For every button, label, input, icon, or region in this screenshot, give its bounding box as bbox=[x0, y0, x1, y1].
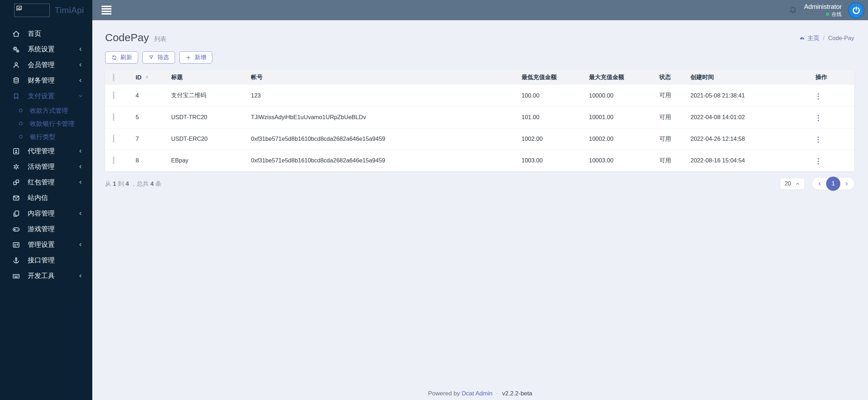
sidebar-item-site-message[interactable]: 站内信 bbox=[0, 190, 92, 206]
row-actions-icon[interactable] bbox=[815, 91, 821, 102]
cell-min: 101.00 bbox=[522, 106, 589, 128]
next-page-button[interactable] bbox=[841, 181, 852, 187]
user-name: Administrator bbox=[804, 3, 842, 11]
create-button[interactable]: 新增 bbox=[179, 51, 212, 63]
sidebar-item-label: 管理设置 bbox=[28, 240, 77, 249]
sidebar-item-label: 内容管理 bbox=[28, 209, 77, 218]
topbar: Administrator 在线 bbox=[92, 0, 868, 20]
sidebar-subitem-payment-method-management[interactable]: 收款方式管理 bbox=[0, 104, 92, 117]
sidebar-item-label: 财务管理 bbox=[28, 76, 77, 85]
chevron-left-icon bbox=[77, 149, 83, 154]
footer-version: v2.2.2-beta bbox=[502, 390, 532, 397]
chevron-left-icon bbox=[77, 273, 83, 278]
sidebar-item-activity-management[interactable]: 活动管理 bbox=[0, 159, 92, 174]
chevron-left-icon bbox=[77, 78, 83, 83]
table-header-row: ID 标题 帐号 最低充值金额 最大充值金额 状态 bbox=[105, 70, 854, 85]
power-icon bbox=[851, 5, 861, 15]
sidebar-item-admin-settings[interactable]: 管理设置 bbox=[0, 237, 92, 252]
refresh-label: 刷新 bbox=[120, 54, 132, 61]
cell-created: 2022-04-08 14:01:02 bbox=[690, 106, 815, 128]
sidebar-item-dev-tools[interactable]: 开发工具 bbox=[0, 268, 92, 284]
home-icon bbox=[11, 30, 21, 38]
sidebar-item-game-management[interactable]: 游戏管理 bbox=[0, 221, 92, 237]
select-all-checkbox[interactable] bbox=[113, 73, 114, 81]
filter-icon bbox=[148, 55, 154, 60]
row-checkbox[interactable] bbox=[113, 156, 114, 164]
prev-page-button[interactable] bbox=[814, 181, 825, 187]
cell-account: 0xf31be571e5d8b1610bcd8cda2682a646e15a94… bbox=[251, 128, 522, 150]
sidebar-subitem-label: 银行类型 bbox=[30, 133, 55, 141]
data-table: ID 标题 帐号 最低充值金额 最大充值金额 状态 bbox=[105, 70, 854, 171]
address-card-icon bbox=[11, 241, 21, 249]
breadcrumb-home-link[interactable]: 主页 bbox=[799, 34, 819, 42]
sidebar-item-label: 游戏管理 bbox=[28, 224, 83, 234]
brand[interactable]: TimiApi bbox=[0, 0, 92, 20]
keyboard-icon bbox=[11, 272, 21, 280]
row-checkbox[interactable] bbox=[113, 135, 114, 143]
page-subtitle: 列表 bbox=[154, 35, 166, 43]
sidebar-item-agent-management[interactable]: 代理管理 bbox=[0, 143, 92, 159]
user-menu[interactable]: Administrator 在线 bbox=[804, 3, 842, 17]
boxes-icon bbox=[11, 178, 21, 187]
cell-min: 100.00 bbox=[522, 85, 589, 106]
cell-created: 2021-05-08 21:38:41 bbox=[690, 85, 815, 106]
cell-id: 8 bbox=[136, 150, 171, 171]
user-status: 在线 bbox=[831, 11, 842, 17]
cell-min: 1003.00 bbox=[522, 150, 589, 171]
row-checkbox[interactable] bbox=[113, 113, 114, 121]
cell-title: 支付宝二维码 bbox=[171, 85, 251, 106]
sidebar-subitem-bank-card-management[interactable]: 收款银行卡管理 bbox=[0, 117, 92, 130]
filter-label: 筛选 bbox=[157, 54, 169, 61]
menu-toggle-icon[interactable] bbox=[102, 6, 111, 15]
chevron-left-icon bbox=[77, 62, 83, 67]
envelope-icon bbox=[11, 194, 21, 202]
cell-max: 10003.00 bbox=[589, 150, 659, 171]
sidebar-subitem-bank-type[interactable]: 银行类型 bbox=[0, 130, 92, 143]
breadcrumb-current: Code-Pay bbox=[828, 35, 854, 41]
main-area: Administrator 在线 CodePay 列表 bbox=[92, 0, 868, 400]
column-header-status: 状态 bbox=[659, 70, 690, 85]
column-header-max: 最大充值金额 bbox=[589, 70, 659, 85]
pagination-summary: 从 1 到 4 ，总共 4 条 bbox=[105, 180, 162, 188]
chevron-down-icon bbox=[77, 94, 83, 99]
table-row: 7 USDT-ERC20 0xf31be571e5d8b1610bcd8cda2… bbox=[105, 128, 854, 150]
broken-image-icon bbox=[16, 5, 23, 12]
topbar-right: Administrator 在线 bbox=[788, 2, 864, 18]
sidebar-item-label: 首页 bbox=[28, 29, 83, 38]
chevron-up-icon bbox=[795, 182, 800, 186]
per-page-select[interactable]: 20 bbox=[780, 178, 804, 190]
online-dot bbox=[826, 12, 829, 16]
avatar[interactable] bbox=[848, 2, 864, 18]
dcat-admin-link[interactable]: Dcat Admin bbox=[462, 390, 492, 397]
row-actions-icon[interactable] bbox=[815, 134, 821, 145]
sort-asc-icon[interactable] bbox=[144, 75, 149, 80]
sidebar-item-member-management[interactable]: 会员管理 bbox=[0, 57, 92, 73]
sidebar-item-payment-settings[interactable]: 支付设置 bbox=[0, 88, 92, 104]
sidebar-item-api-management[interactable]: 接口管理 bbox=[0, 252, 92, 268]
row-checkbox[interactable] bbox=[113, 91, 114, 99]
sidebar-item-content-management[interactable]: 内容管理 bbox=[0, 206, 92, 221]
current-page-button[interactable]: 1 bbox=[826, 177, 840, 191]
per-page-value: 20 bbox=[785, 180, 791, 187]
page-title: CodePay bbox=[105, 32, 149, 44]
app-footer: Powered by Dcat Admin · v2.2.2-beta bbox=[92, 390, 868, 397]
page-head: CodePay 列表 主页 / Code-Pay bbox=[105, 32, 854, 44]
row-actions-icon[interactable] bbox=[815, 156, 821, 167]
row-actions-icon[interactable] bbox=[815, 113, 821, 123]
cell-status: 可用 bbox=[659, 85, 690, 106]
gauge-icon bbox=[799, 35, 805, 41]
sidebar-item-home[interactable]: 首页 bbox=[0, 26, 92, 41]
copy-icon bbox=[11, 210, 21, 218]
refresh-button[interactable]: 刷新 bbox=[105, 51, 138, 63]
bell-icon[interactable] bbox=[788, 5, 798, 15]
sidebar-item-label: 系统设置 bbox=[28, 45, 77, 54]
cell-title: USDT-TRC20 bbox=[171, 106, 251, 128]
create-label: 新增 bbox=[195, 54, 206, 61]
sidebar-item-finance-management[interactable]: 财务管理 bbox=[0, 73, 92, 88]
breadcrumb: 主页 / Code-Pay bbox=[799, 34, 854, 42]
sidebar-item-redpacket-management[interactable]: 红包管理 bbox=[0, 174, 92, 190]
sidebar-item-label: 活动管理 bbox=[28, 162, 77, 171]
cell-id: 5 bbox=[136, 106, 171, 128]
filter-button[interactable]: 筛选 bbox=[142, 51, 175, 63]
sidebar-item-system-settings[interactable]: 系统设置 bbox=[0, 41, 92, 57]
